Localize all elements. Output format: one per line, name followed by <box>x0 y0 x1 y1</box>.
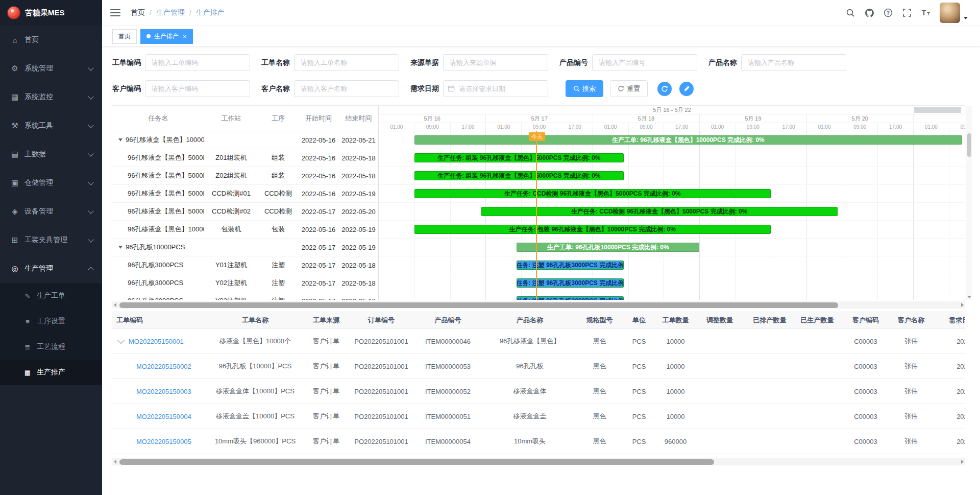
refresh-circle-button[interactable] <box>657 82 672 96</box>
gantt-task-row[interactable]: 96孔孔板3000PCSY01注塑机注塑2022-05-172022-05-18 <box>112 256 378 274</box>
product-name-input[interactable] <box>741 54 846 71</box>
orders-hscroll-thumb[interactable] <box>119 459 714 465</box>
range-scrollbar-thumb[interactable] <box>914 107 961 113</box>
filter-field-source-doc: 来源单据 <box>410 54 548 71</box>
search-button[interactable]: 搜索 <box>566 80 603 97</box>
gantt-task-row[interactable]: 96孔移液盒【黑色】5000PCSZ02组装机组装2022-05-162022-… <box>112 167 378 185</box>
gantt-horizontal-scrollbar[interactable] <box>112 301 965 309</box>
gantt-task-row[interactable]: 96孔移液盒【黑色】10000PCS包装机包装2022-05-162022-05… <box>112 221 378 239</box>
gantt-task-row[interactable]: 96孔孔板10000PCS2022-05-172022-05-19 <box>112 239 378 256</box>
scroll-left-arrow-icon[interactable] <box>114 303 116 307</box>
order-row[interactable]: MO20220515000296孔孔板【10000】PCS客户订单PO20220… <box>112 354 965 379</box>
input-wrap-work-order-code <box>145 54 250 71</box>
scroll-right-arrow-icon[interactable] <box>961 303 964 307</box>
customer-name-input[interactable] <box>294 80 399 97</box>
help-icon[interactable]: ? <box>883 8 893 18</box>
sidebar-item-3[interactable]: ⚒系统工具 <box>0 111 102 140</box>
order-cell-product: 10mm吸头 <box>481 437 578 446</box>
sidebar-item-0[interactable]: ⌂首页 <box>0 26 102 54</box>
gantt-bar-task[interactable]: 生产任务: 注塑 96孔孔板3000PCS 完成比例: 0% <box>517 296 623 300</box>
sidebar-menu: ⌂首页⚙系统管理▦系统监控⚒系统工具▤主数据▣仓储管理◈设备管理⊞工装夹具管理◎… <box>0 26 102 385</box>
order-code-link[interactable]: MO202205150001 <box>129 338 184 345</box>
order-cell-name: 96孔孔板【10000】PCS <box>206 362 304 371</box>
expand-chevron-icon[interactable] <box>117 338 125 344</box>
sidebar-item-1[interactable]: ⚙系统管理 <box>0 54 102 83</box>
sidebar-item-2[interactable]: ▦系统监控 <box>0 83 102 111</box>
sidebar-subitem-label: 生产工单 <box>37 291 65 300</box>
orders-header-cell: 已排产数量 <box>746 316 794 325</box>
gantt-bar-task[interactable]: 生产任务: 包装 96孔移液盒【黑色】10000PCS 完成比例: 0% <box>414 225 771 234</box>
gantt-vertical-scrollbar[interactable] <box>966 106 972 300</box>
gantt-chart-row: 生产任务: 注塑 96孔孔板3000PCS 完成比例: 0% <box>379 292 965 300</box>
source-doc-input[interactable] <box>443 54 548 71</box>
orders-header-cell: 客户名称 <box>891 316 932 325</box>
gantt-bar-project[interactable]: 生产工单: 96孔孔板10000PCS 完成比例: 0% <box>517 243 699 252</box>
product-no-input[interactable] <box>592 54 697 71</box>
order-row[interactable]: MO202205150004移液盒盒盖【10000】PCS客户订单PO20220… <box>112 404 965 429</box>
gantt-bar-task[interactable]: 生产任务: 组装 96孔移液盒【黑色】5000PCS 完成比例: 0% <box>414 171 624 180</box>
edit-circle-button[interactable] <box>679 82 694 96</box>
gantt-bar-task[interactable]: 生产任务: 组装 96孔移液盒【黑色】5000PCS 完成比例: 0% <box>414 153 624 162</box>
gantt-day-label: 5月 19 <box>699 114 806 123</box>
scroll-left-arrow-icon[interactable] <box>114 460 116 464</box>
tab-active[interactable]: 生产排产× <box>140 29 193 44</box>
sidebar-subitem-0[interactable]: ✎生产工单 <box>0 283 102 309</box>
avatar[interactable] <box>940 3 960 23</box>
order-code-link[interactable]: MO202205150003 <box>136 388 191 395</box>
breadcrumb-item[interactable]: 首页 <box>131 8 145 17</box>
order-row[interactable]: MO20220515000510mm吸头【960000】PCS客户订单PO202… <box>112 429 965 454</box>
order-code-link[interactable]: MO202205150004 <box>136 413 191 420</box>
gantt-task-row[interactable]: 96孔移液盒【黑色】10000PCS2022-05-162022-05-21 <box>112 131 378 149</box>
hamburger-icon[interactable] <box>110 9 120 16</box>
gantt-hscroll-thumb[interactable] <box>119 302 838 308</box>
sidebar-subitem-2[interactable]: ≣工艺流程 <box>0 334 102 360</box>
order-row[interactable]: MO202205150003移液盒盒体【10000】PCS客户订单PO20220… <box>112 379 965 404</box>
sidebar-subitem-1[interactable]: ≡工序设置 <box>0 309 102 334</box>
order-row[interactable]: MO202205150001移液盒【黑色】10000个客户订单PO2022051… <box>112 329 965 354</box>
collapse-triangle-icon[interactable] <box>118 138 122 142</box>
gantt-task-row[interactable]: 96孔孔板3000PCSY03注塑机注塑2022-05-172022-05-18 <box>112 292 378 300</box>
order-code-link[interactable]: MO202205150002 <box>136 363 191 370</box>
gantt-bar-task[interactable]: 生产任务: 注塑 96孔孔板3000PCS 完成比例: 0% <box>517 278 623 288</box>
production-icon: ◎ <box>9 264 20 273</box>
sidebar-item-4[interactable]: ▤主数据 <box>0 140 102 169</box>
tab-item[interactable]: 首页 <box>112 29 137 44</box>
demand-date-input[interactable] <box>443 80 548 97</box>
logo-row[interactable]: 苦糖果MES <box>0 0 102 26</box>
gantt-bar-task[interactable]: 生产任务: 注塑 96孔孔板3000PCS 完成比例: 0% <box>517 261 623 270</box>
work-order-name-input[interactable] <box>294 54 399 71</box>
gantt-task-row[interactable]: 96孔移液盒【黑色】5000PCSCCD检测#01CCD检测2022-05-16… <box>112 185 378 203</box>
scroll-right-arrow-icon[interactable] <box>961 460 964 464</box>
orders-horizontal-scrollbar[interactable] <box>112 458 965 465</box>
fullscreen-icon[interactable] <box>902 8 912 18</box>
gantt-start-time-cell: 2022-05-16 <box>298 136 339 144</box>
orders-header-cell: 已生产数量 <box>794 316 841 325</box>
font-size-icon[interactable]: TT <box>921 8 931 18</box>
device-icon: ◈ <box>9 207 20 216</box>
order-code-link[interactable]: MO202205150005 <box>136 438 191 445</box>
search-icon[interactable] <box>845 8 855 18</box>
work-order-code-input[interactable] <box>145 54 250 71</box>
scroll-down-arrow-icon[interactable] <box>967 296 971 298</box>
collapse-triangle-icon[interactable] <box>118 246 122 249</box>
gantt-bar-task[interactable]: 生产任务: CCD检测 96孔移液盒【黑色】5000PCS 完成比例: 0% <box>414 189 771 198</box>
github-icon[interactable] <box>864 8 874 18</box>
gantt-bar-project[interactable]: 生产工单: 96孔移液盒【黑色】10000PCS 完成比例: 0% <box>414 135 962 145</box>
sidebar-item-5[interactable]: ▣仓储管理 <box>0 169 102 197</box>
close-tab-icon[interactable]: × <box>183 33 187 40</box>
sidebar-subitem-3[interactable]: ▦生产排产 <box>0 360 102 385</box>
gantt-task-row[interactable]: 96孔孔板3000PCSY02注塑机注塑2022-05-172022-05-18 <box>112 274 378 292</box>
warehouse-icon: ▣ <box>9 178 20 187</box>
gantt-bar-task[interactable]: 生产任务: CCD检测 96孔移液盒【黑色】5000PCS 完成比例: 0% <box>481 207 838 216</box>
customer-code-input[interactable] <box>145 80 250 97</box>
chevron-down-icon[interactable] <box>964 17 968 19</box>
sidebar-item-7[interactable]: ⊞工装夹具管理 <box>0 226 102 254</box>
reset-button[interactable]: 重置 <box>610 80 648 97</box>
order-cell-cust_name: 张伟 <box>891 337 932 346</box>
gantt-task-row[interactable]: 96孔移液盒【黑色】5000PCSCCD检测#02CCD检测2022-05-17… <box>112 203 378 221</box>
sidebar-item-6[interactable]: ◈设备管理 <box>0 197 102 226</box>
sidebar-item-label: 生产管理 <box>24 264 53 273</box>
gantt-task-row[interactable]: 96孔移液盒【黑色】5000PCSZ01组装机组装2022-05-162022-… <box>112 149 378 167</box>
vertical-scrollbar-thumb[interactable] <box>967 133 971 157</box>
sidebar-item-8[interactable]: ◎生产管理 <box>0 254 102 283</box>
